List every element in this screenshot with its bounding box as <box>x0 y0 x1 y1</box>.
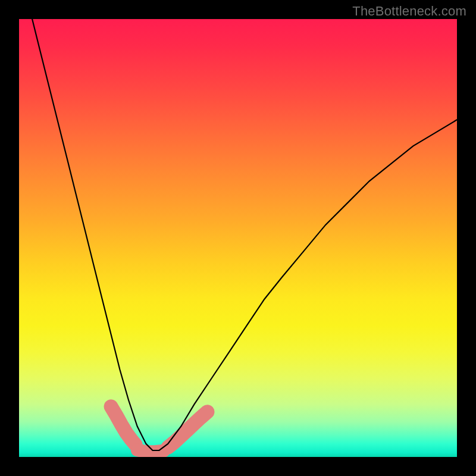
salmon-band-left <box>111 406 136 444</box>
salmon-band <box>111 406 208 452</box>
watermark-text: TheBottleneck.com <box>352 4 466 19</box>
plot-area <box>19 19 457 457</box>
salmon-band-right <box>168 412 207 447</box>
bottleneck-curve <box>32 19 457 450</box>
chart-svg <box>19 19 457 457</box>
chart-frame: TheBottleneck.com <box>0 0 476 476</box>
